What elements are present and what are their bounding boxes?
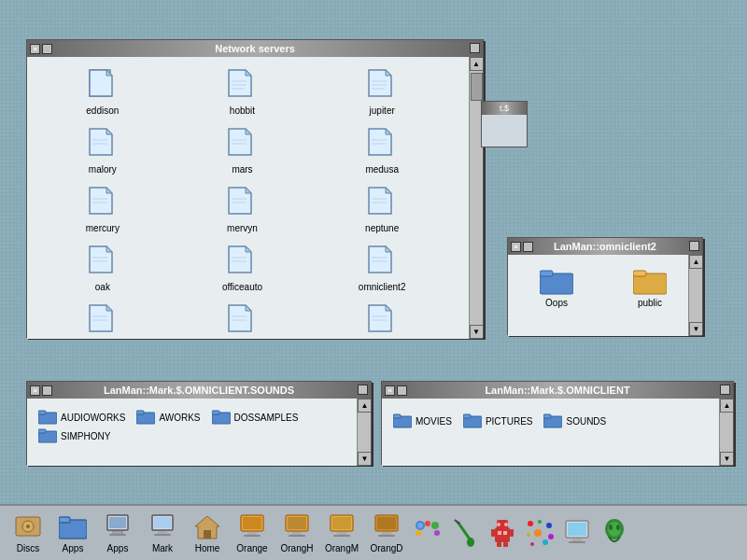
svg-rect-68 (633, 271, 646, 276)
svg-rect-94 (158, 531, 167, 534)
folder-dossamples[interactable]: DOSSAMPLES (212, 410, 299, 425)
taskbar-label: OrangM (325, 543, 359, 553)
scrollbar-vertical[interactable]: ▲ ▼ (719, 399, 733, 466)
scroll-thumb[interactable] (471, 73, 483, 101)
close-button[interactable] (30, 44, 40, 54)
zoom-button[interactable] (42, 385, 52, 396)
svg-rect-76 (38, 429, 46, 433)
close-button[interactable] (30, 385, 40, 396)
window-controls[interactable] (30, 385, 52, 396)
alien-icon (599, 518, 629, 548)
svg-marker-34 (246, 188, 251, 193)
lanman-omniclient2-window: LanMan::omniclient2 Oops public ▲ ▼ (507, 237, 703, 335)
taskbar-orange[interactable]: Orange (232, 511, 273, 555)
scroll-down[interactable]: ▼ (358, 452, 371, 466)
scrollbar-vertical[interactable]: ▲ ▼ (357, 399, 371, 466)
folder-icon (633, 268, 667, 296)
server-snark[interactable]: snark (314, 300, 450, 339)
server-pluto[interactable]: pluto (35, 300, 171, 339)
folder-row: MOVIES PICTURES SOUNDS (388, 404, 714, 434)
resize-button[interactable] (358, 385, 368, 397)
window-controls[interactable] (30, 44, 52, 54)
taskbar-orangM[interactable]: OrangM (321, 511, 362, 555)
resize-button[interactable] (470, 43, 480, 55)
folder-sounds[interactable]: SOUNDS (543, 413, 606, 428)
zoom-button[interactable] (397, 385, 407, 396)
scrollbar-vertical[interactable]: ▲ ▼ (469, 57, 483, 339)
scroll-down[interactable]: ▼ (720, 452, 733, 466)
svg-rect-89 (109, 517, 126, 528)
taskbar-orangD[interactable]: OrangD (366, 511, 407, 555)
omniclient-titlebar: LanMan::Mark.$.OMNICLIENT (382, 382, 733, 399)
folder-simphony[interactable]: SIMPHONY (38, 428, 110, 443)
folder-label: public (638, 298, 662, 308)
taskbar-paint1[interactable] (411, 516, 444, 551)
server-officeauto[interactable]: officeauto (175, 241, 311, 296)
taskbar-orangH[interactable]: OrangH (276, 511, 317, 555)
svg-rect-128 (503, 531, 507, 535)
folder-movies[interactable]: MOVIES (393, 413, 452, 428)
scrollbar-vertical[interactable]: ▲ ▼ (688, 255, 702, 336)
scroll-down-arrow[interactable]: ▼ (470, 325, 484, 339)
zoom-button[interactable] (42, 44, 52, 54)
server-doc-icon (88, 127, 118, 162)
server-saturn[interactable]: saturn (175, 300, 311, 339)
folder-public[interactable]: public (613, 264, 687, 312)
taskbar-apps-computer[interactable]: Apps (97, 511, 138, 555)
robot-icon (487, 518, 517, 548)
scroll-down[interactable]: ▼ (689, 322, 702, 336)
folder-oops[interactable]: Oops (519, 264, 594, 312)
server-medusa[interactable]: medusa (314, 123, 450, 178)
taskbar-alien[interactable] (598, 516, 631, 551)
close-button[interactable] (511, 242, 521, 252)
taskbar-apps-folder[interactable]: Apps (52, 511, 93, 555)
server-label: neptune (365, 223, 399, 233)
taskbar-paint2[interactable] (448, 516, 482, 551)
server-mars[interactable]: mars (175, 123, 311, 178)
taskbar-label: OrangD (370, 543, 402, 553)
taskbar-monitor2[interactable] (560, 516, 594, 551)
taskbar-mark[interactable]: Mark (142, 511, 183, 555)
lanman-omniclient-window: LanMan::Mark.$.OMNICLIENT MOVIES PICTURE… (381, 381, 734, 465)
svg-rect-66 (540, 271, 553, 276)
server-malory[interactable]: malory (35, 123, 171, 178)
server-label: oak (95, 282, 110, 292)
svg-rect-111 (377, 517, 396, 529)
svg-rect-101 (244, 535, 261, 537)
server-mervyn[interactable]: mervyn (175, 182, 311, 237)
server-oak[interactable]: oak (35, 241, 171, 296)
folder-audioworks[interactable]: AUDIOWORKS (38, 410, 125, 425)
folder-small-icon (212, 410, 231, 425)
folder-pictures[interactable]: PICTURES (463, 413, 533, 428)
scroll-up[interactable]: ▲ (720, 399, 733, 413)
taskbar-tools[interactable] (523, 516, 557, 551)
taskbar-label: Apps (107, 543, 129, 553)
server-neptune[interactable]: neptune (314, 182, 450, 237)
scroll-up[interactable]: ▲ (689, 255, 702, 269)
close-button[interactable] (385, 385, 395, 396)
window-controls[interactable] (511, 242, 533, 252)
scroll-up[interactable]: ▲ (358, 399, 371, 413)
taskbar-robot[interactable] (486, 516, 519, 551)
folder-aworks[interactable]: AWORKS (136, 410, 200, 425)
resize-button[interactable] (689, 241, 699, 253)
window-controls[interactable] (385, 385, 407, 396)
server-doc-icon (88, 186, 118, 221)
server-hobbit[interactable]: hobbit (175, 64, 311, 119)
home-icon (192, 512, 222, 542)
svg-rect-127 (498, 531, 501, 535)
taskbar-label: Mark (152, 543, 173, 553)
svg-rect-70 (38, 411, 46, 414)
zoom-button[interactable] (523, 242, 533, 252)
server-jupiter[interactable]: jupiter (314, 64, 450, 119)
server-mercury[interactable]: mercury (35, 182, 171, 237)
server-omniclient2[interactable]: omniclient2 (314, 241, 450, 296)
svg-rect-78 (393, 414, 401, 418)
taskbar-label: Home (195, 543, 220, 553)
servers-grid: eddison hobbit (35, 64, 450, 339)
taskbar-discs[interactable]: Discs (7, 511, 49, 555)
resize-button[interactable] (720, 385, 730, 397)
taskbar-home[interactable]: Home (187, 511, 228, 555)
scroll-up-arrow[interactable]: ▲ (470, 57, 484, 71)
server-eddison[interactable]: eddison (35, 64, 171, 119)
